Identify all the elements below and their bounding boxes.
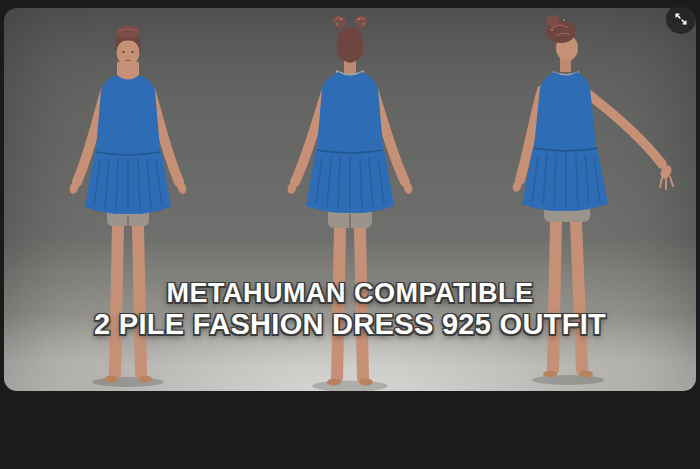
expand-icon	[672, 10, 690, 28]
expand-button[interactable]	[666, 4, 696, 34]
thumbnail-strip: METAHUMAN COMPATIBLE 2 PILE FASHION DRES…	[0, 398, 700, 469]
overlay-title-line1: METAHUMAN COMPATIBLE	[4, 278, 696, 309]
main-preview-image[interactable]: METAHUMAN COMPATIBLE 2 PILE FASHION DRES…	[4, 8, 696, 391]
overlay-title-line2: 2 PILE FASHION DRESS 925 OUTFIT	[4, 308, 696, 341]
product-media-viewer: METAHUMAN COMPATIBLE 2 PILE FASHION DRES…	[0, 0, 700, 469]
